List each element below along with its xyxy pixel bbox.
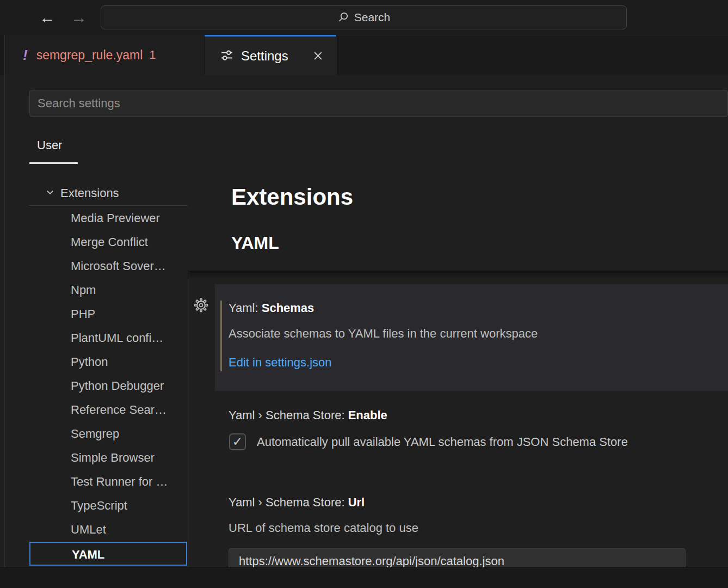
section-title: YAML [231, 233, 279, 253]
setting-title: Yaml › Schema Store: Url [229, 495, 365, 510]
toc-item[interactable]: Python Debugger [0, 374, 183, 398]
toc-divider [29, 205, 188, 206]
page-title: Extensions [231, 184, 353, 210]
toc-item[interactable]: Media Previewer [0, 206, 183, 230]
title-bar: ← → Search [0, 0, 728, 35]
tab-label: semgrep_rule.yaml [36, 48, 143, 63]
toc-item[interactable]: TypeScript [0, 494, 183, 518]
bottom-strip [0, 567, 728, 588]
tab-semgrep-rule-yaml[interactable]: ! semgrep_rule.yaml 1 [4, 35, 205, 75]
toc-item-yaml-selected[interactable]: YAML [29, 542, 187, 566]
setting-category: Yaml › Schema Store: [229, 495, 348, 509]
toc-item[interactable]: UMLet [0, 518, 183, 542]
toc-item-extensions[interactable]: Extensions [0, 181, 183, 205]
setting-name: Enable [348, 408, 387, 422]
setting-title: Yaml › Schema Store: Enable [229, 408, 387, 422]
checkbox-label[interactable]: Automatically pull available YAML schema… [257, 435, 628, 449]
scope-tab-underline [29, 162, 78, 164]
gear-icon[interactable] [194, 298, 208, 315]
vscode-window: ← → Search ! semgrep_rule.yaml 1 [0, 0, 728, 588]
forward-icon[interactable]: → [71, 9, 87, 26]
problem-count-badge: 1 [149, 48, 156, 62]
chevron-down-icon [45, 186, 55, 200]
toc-item[interactable]: Npm [0, 278, 183, 302]
search-icon [337, 11, 349, 23]
back-icon[interactable]: ← [39, 9, 55, 26]
setting-name: Url [348, 495, 365, 509]
toc-item[interactable]: Test Runner for … [0, 470, 183, 494]
tab-label: Settings [241, 48, 288, 64]
sidebar-edge-divider [4, 35, 5, 567]
setting-title: Yaml: Schemas [229, 301, 314, 315]
command-center-search[interactable]: Search [101, 5, 627, 29]
setting-name: Schemas [262, 301, 314, 315]
toc-root-label: Extensions [60, 186, 119, 200]
settings-sliders-icon [220, 48, 234, 64]
setting-description: URL of schema store catalog to use [229, 521, 418, 535]
toc-item[interactable]: Microsoft Sover… [0, 254, 183, 278]
setting-description: Associate schemas to YAML files in the c… [229, 327, 538, 341]
settings-editor: User Extensions Media Previewer Merge Co… [0, 75, 728, 567]
scroll-shadow [188, 271, 728, 279]
setting-category: Yaml: [229, 301, 262, 315]
toc-item[interactable]: Reference Sear… [0, 398, 183, 422]
close-icon[interactable] [312, 50, 324, 62]
dirty-indicator-icon: ! [23, 47, 28, 64]
schema-store-url-input[interactable] [229, 548, 686, 567]
toc-tree: Media Previewer Merge Conflict Microsoft… [0, 206, 183, 566]
edit-in-settings-json-link[interactable]: Edit in settings.json [229, 356, 332, 370]
toc-item[interactable]: Simple Browser [0, 446, 183, 470]
toc-item[interactable]: Merge Conflict [0, 230, 183, 254]
tab-bar: ! semgrep_rule.yaml 1 Settings [0, 35, 728, 75]
toc-item[interactable]: Semgrep [0, 422, 183, 446]
toc-item[interactable]: PHP [0, 302, 183, 326]
tab-settings[interactable]: Settings [205, 35, 336, 75]
empty-tab-strip [336, 35, 728, 75]
modified-indicator [220, 301, 222, 371]
toc-item[interactable]: Python [0, 350, 183, 374]
toc-item[interactable]: PlantUML confi… [0, 326, 183, 350]
enable-checkbox[interactable]: ✓ [229, 433, 246, 450]
scope-tab-user[interactable]: User [37, 138, 62, 152]
setting-category: Yaml › Schema Store: [229, 408, 348, 422]
toc-content-divider [188, 271, 188, 567]
command-center-label: Search [354, 11, 391, 24]
checkmark-icon: ✓ [232, 434, 243, 449]
settings-search-input[interactable] [29, 90, 728, 117]
history-nav: ← → [39, 0, 87, 35]
